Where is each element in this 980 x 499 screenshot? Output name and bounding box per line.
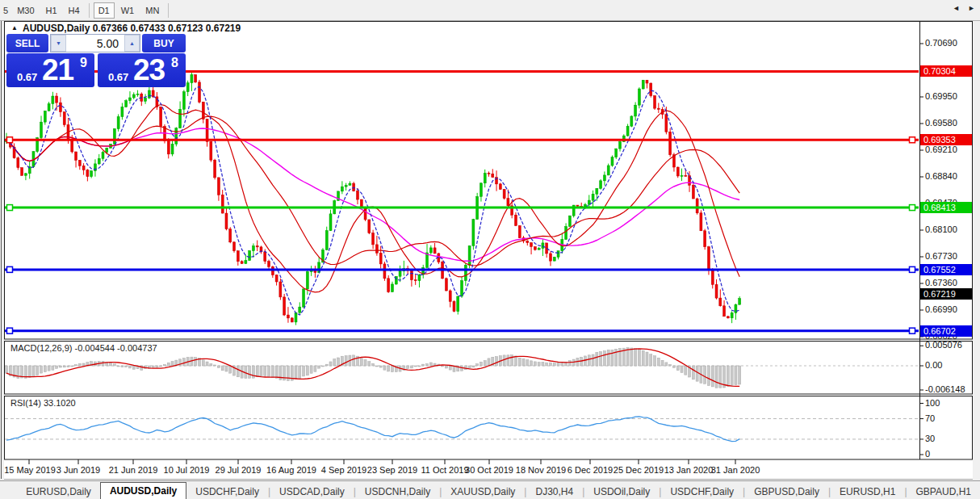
chart-tab-eurusd-daily[interactable]: EURUSD,Daily	[17, 484, 100, 499]
rsi-indicator-label: RSI(14) 33.1020	[10, 398, 76, 408]
date-tick-label: 18 Nov 2019	[513, 465, 569, 475]
date-tick-label: 29 Jul 2019	[210, 465, 266, 475]
chart-tab-dj30-h4[interactable]: DJ30,H4	[526, 484, 582, 499]
price-tick-label: 0.70690	[925, 38, 957, 48]
level-price-label: 0.68413	[920, 202, 972, 213]
chart-tab-bar: EURUSD,DailyAUDUSD,DailyUSDCHF,Daily|USD…	[0, 480, 980, 499]
trading-app-window: 5M30H1H4D1W1MN ▲ AUDUSD,Daily 0.67366 0.…	[0, 0, 980, 499]
chart-tab-usdcad-daily[interactable]: USDCAD,Daily	[270, 484, 354, 499]
date-tick-label: 3 Jun 2019	[50, 465, 107, 475]
macd-tick-label: 0.005076	[925, 340, 962, 350]
price-tick-label: 0.69210	[925, 145, 957, 155]
chart-title: AUDUSD,Daily 0.67366 0.67433 0.67123 0.6…	[23, 23, 241, 34]
date-tick-label: 31 Jan 2020	[707, 465, 764, 475]
one-click-trading-panel: SELL ▼ ▲ BUY 0.67 21 9 0.67 23 8	[6, 34, 186, 87]
price-tick-label: 0.69950	[925, 91, 957, 102]
buy-price-prefix: 0.67	[108, 71, 128, 83]
sell-price-prefix: 0.67	[17, 71, 37, 83]
chart-tab-usdchf-daily[interactable]: USDCHF,Daily	[661, 484, 743, 499]
volume-up-button[interactable]: ▲	[124, 35, 140, 52]
buy-price-pip: 8	[171, 56, 178, 70]
chart-tab-gbpusd-daily[interactable]: GBPUSD,Daily	[745, 484, 828, 499]
tab-scroll-left-icon[interactable]: ◄	[953, 4, 960, 12]
level-price-label: 0.70304	[920, 65, 972, 77]
price-tick-label: 0.66990	[925, 304, 957, 315]
timeframe-button-d1[interactable]: D1	[94, 2, 115, 19]
date-tick-label: 10 Jul 2019	[158, 465, 215, 475]
buy-button[interactable]: BUY	[142, 34, 186, 52]
chart-tab-audusd-daily[interactable]: AUDUSD,Daily	[100, 482, 186, 499]
level-price-label: 0.67552	[920, 264, 972, 275]
timeframe-button-m30[interactable]: M30	[12, 2, 39, 19]
price-tick-label: 0.67360	[925, 278, 957, 288]
timeframe-toolbar: 5M30H1H4D1W1MN	[0, 0, 980, 21]
toolbar-separator	[168, 3, 169, 18]
collapse-icon[interactable]: ▲	[11, 24, 18, 31]
volume-down-button[interactable]: ▼	[51, 35, 66, 52]
timeframe-button-h1[interactable]: H1	[41, 2, 62, 19]
sell-price-pip: 9	[80, 56, 87, 70]
date-tick-label: 25 Dec 2019	[610, 465, 667, 475]
chart-tab-usdchf-daily[interactable]: USDCHF,Daily	[186, 484, 268, 499]
date-tick-label: 30 Oct 2019	[461, 465, 517, 475]
sell-button[interactable]: SELL	[6, 34, 48, 52]
price-tick-label: 0.67730	[925, 251, 957, 262]
rsi-tick-label: 100	[925, 398, 940, 409]
price-tick-label: 0.69580	[925, 118, 957, 128]
timeframe-button-w1[interactable]: W1	[116, 2, 140, 19]
date-tick-label: 21 Jun 2019	[105, 465, 161, 475]
timeframe-button-h4[interactable]: H4	[64, 2, 85, 19]
timeframe-button-mn[interactable]: MN	[140, 2, 164, 19]
level-price-label: 0.66702	[920, 325, 972, 337]
macd-tick-label: -0.006148	[925, 384, 965, 395]
level-price-label: 0.69353	[920, 134, 972, 145]
macd-indicator-label: MACD(12,26,9) -0.004544 -0.004737	[10, 343, 157, 353]
buy-price-big: 23	[133, 53, 165, 87]
date-tick-label: 16 Aug 2019	[263, 465, 320, 475]
current-price-label: 0.67219	[920, 288, 972, 300]
chart-tab-usdoil-daily[interactable]: USDOil,Daily	[584, 484, 659, 499]
chart-tab-usdcnh-daily[interactable]: USDCNH,Daily	[356, 484, 439, 499]
toolbar-separator	[89, 3, 90, 18]
chart-tab-eurusd-h1[interactable]: EURUSD,H1	[831, 484, 904, 499]
date-tick-label: 23 Sep 2019	[364, 465, 421, 475]
rsi-tick-label: 70	[925, 413, 935, 424]
timeframe-button-5[interactable]: 5	[1, 2, 10, 19]
price-tick-label: 0.68100	[925, 224, 957, 235]
price-tick-label: 0.68840	[925, 171, 957, 182]
chart-tab-gbpaud-h1[interactable]: GBPAUD,H1	[907, 484, 980, 499]
volume-stepper: ▼ ▲	[50, 34, 140, 52]
volume-input[interactable]	[66, 35, 124, 52]
rsi-tick-label: 30	[925, 434, 935, 444]
sell-price-big: 21	[42, 53, 73, 87]
rsi-tick-label: 0	[925, 449, 930, 459]
sell-price-button[interactable]: 0.67 21 9	[6, 53, 94, 87]
macd-tick-label: 0.00	[925, 360, 942, 371]
tab-scroll-right-icon[interactable]: ►	[968, 4, 975, 12]
buy-price-button[interactable]: 0.67 23 8	[98, 53, 186, 87]
tab-bar-left-pad	[0, 484, 17, 499]
chart-tab-xauusd-daily[interactable]: XAUUSD,Daily	[442, 484, 524, 499]
